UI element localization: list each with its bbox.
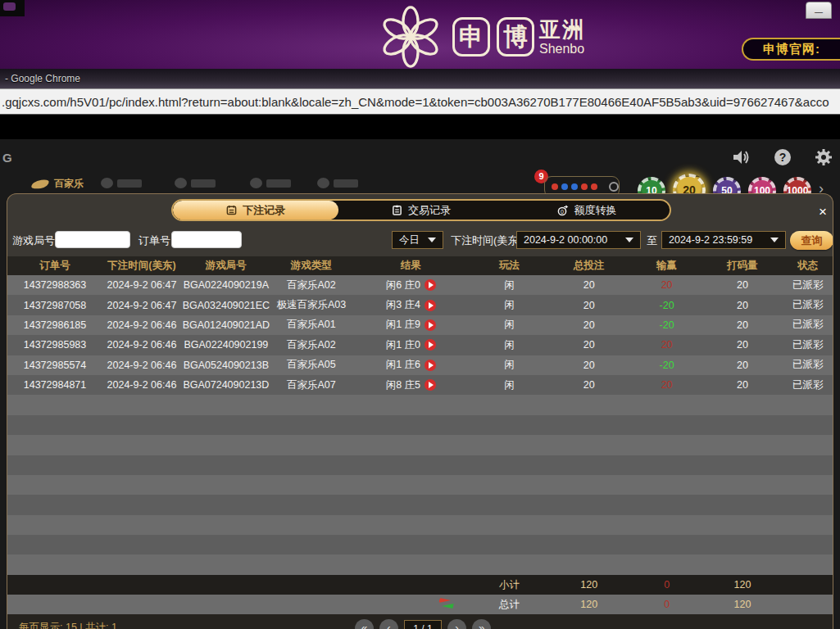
nav-item-dimmed[interactable]	[250, 178, 291, 188]
bead-dot	[552, 183, 558, 190]
table-empty-row	[7, 475, 833, 495]
header-result: 结果	[352, 259, 470, 273]
nav-item-dimmed[interactable]	[101, 178, 142, 188]
cell-status: 已派彩	[781, 358, 833, 372]
order-id-input[interactable]	[171, 231, 242, 248]
replay-play-icon[interactable]	[425, 360, 436, 371]
cell-order-id: 14372986185	[7, 319, 102, 331]
replay-play-icon[interactable]	[425, 379, 436, 391]
table-row: 143729870582024-9-2 06:47BGA032409021EC极…	[7, 295, 833, 314]
tab-transaction-records[interactable]: 交易记录	[338, 201, 504, 219]
chevron-down-icon	[428, 238, 436, 242]
quick-date-select[interactable]: 今日	[392, 231, 443, 249]
bet-records-icon	[226, 205, 237, 215]
last-page-button[interactable]: »	[472, 619, 491, 629]
refresh-swap-icon[interactable]	[439, 598, 454, 609]
cell-turnover: 20	[704, 379, 782, 391]
url-text: .gqjcxs.com/h5V01/pc/index.html?return=a…	[2, 95, 829, 109]
subtotal-total-bet: 120	[548, 579, 630, 591]
cell-turnover: 20	[704, 300, 782, 311]
settings-gear-icon[interactable]	[814, 147, 833, 167]
cell-order-id: 14372987058	[7, 300, 102, 311]
logo-char-box-2: 博	[497, 17, 534, 57]
cell-play: 闲	[470, 378, 548, 392]
cell-win-loss: 20	[630, 379, 704, 391]
divider-strip	[0, 115, 840, 139]
subtotal-label: 小计	[470, 578, 548, 592]
grand-total-win-loss: 0	[630, 599, 704, 610]
table-empty-row	[7, 455, 833, 475]
replay-play-icon[interactable]	[425, 300, 436, 311]
top-left-corner	[0, 0, 25, 16]
date-to-select[interactable]: 2024-9-2 23:59:59	[661, 231, 786, 249]
cell-turnover: 20	[704, 360, 782, 371]
window-minimize-button[interactable]: —	[806, 2, 832, 19]
cell-order-id: 14372985574	[7, 360, 102, 371]
volume-icon[interactable]	[732, 147, 751, 167]
nav-icon	[175, 178, 187, 188]
replay-play-icon[interactable]	[425, 339, 436, 351]
nav-item-baccarat[interactable]: 百家乐	[31, 177, 84, 191]
table-empty-row	[7, 515, 833, 535]
site-logo: 申 博 亚洲 Shenbo	[375, 3, 585, 70]
cell-game-type: 百家乐A01	[271, 318, 352, 332]
cell-total-bet: 20	[548, 379, 630, 391]
cell-result: 闲3 庄4	[352, 298, 470, 312]
next-page-button[interactable]: ›	[447, 619, 466, 629]
close-icon[interactable]: ×	[815, 204, 831, 220]
cell-result: 闲1 庄0	[352, 338, 470, 352]
cell-play: 闲	[470, 338, 548, 352]
address-bar[interactable]: .gqjcxs.com/h5V01/pc/index.html?return=a…	[0, 88, 840, 115]
cell-result: 闲1 庄9	[352, 318, 470, 332]
tab-bet-records[interactable]: 下注记录	[173, 201, 338, 219]
cell-total-bet: 20	[548, 279, 630, 291]
help-icon[interactable]: ?	[773, 147, 792, 167]
svg-text:?: ?	[779, 151, 787, 164]
order-id-label: 订单号	[138, 231, 170, 251]
cell-total-bet: 20	[548, 319, 630, 331]
top-left-pill	[3, 2, 16, 11]
game-round-input[interactable]	[55, 231, 130, 248]
page-size-text: 每页显示: 15 | 共计: 1	[19, 621, 117, 629]
nav-item-dimmed[interactable]	[175, 178, 216, 188]
result-text: 闲1 庄9	[386, 318, 420, 332]
bead-dot	[581, 183, 588, 190]
tab-credit-transfer[interactable]: 0 额度转换	[504, 201, 670, 219]
cell-total-bet: 20	[548, 339, 630, 351]
date-from-select[interactable]: 2024-9-2 00:00:00	[516, 231, 641, 249]
bead-dot	[571, 183, 578, 190]
header-total-bet: 总投注	[548, 259, 630, 273]
official-site-button[interactable]: 申博官网:	[742, 38, 840, 61]
cell-bet-time: 2024-9-2 06:46	[102, 339, 181, 351]
chevron-down-icon	[770, 238, 779, 242]
table-empty-row	[7, 395, 833, 414]
cell-total-bet: 20	[548, 360, 630, 371]
nav-item-dimmed[interactable]	[317, 178, 358, 188]
flower-logo-icon	[375, 3, 446, 70]
header-win-loss: 输赢	[630, 259, 704, 273]
cell-result: 闲1 庄6	[352, 358, 470, 372]
cell-play: 闲	[470, 298, 548, 312]
chevron-down-icon	[625, 238, 633, 242]
cell-play: 闲	[470, 358, 548, 372]
cell-status: 已派彩	[781, 318, 833, 332]
cell-game-type: 极速百家乐A03	[271, 298, 352, 312]
bead-ring-icon	[609, 182, 619, 192]
search-button[interactable]: 查询	[790, 231, 833, 250]
grand-total-label: 总计	[470, 598, 548, 612]
prev-page-button[interactable]: ‹	[379, 619, 398, 629]
first-page-button[interactable]: «	[355, 619, 374, 629]
header-order-id: 订单号	[7, 259, 102, 273]
table-empty-row	[7, 495, 833, 514]
bead-dot	[591, 183, 597, 190]
modal-footer: 每页显示: 15 | 共计: 1 « ‹ 1 / 1 › »	[7, 614, 833, 629]
cell-game-type: 百家乐A07	[271, 378, 352, 392]
result-text: 闲6 庄0	[386, 278, 420, 292]
cell-round-id: BGA012409021AD	[181, 319, 271, 331]
cell-play: 闲	[470, 278, 548, 292]
cell-turnover: 20	[704, 339, 782, 351]
replay-play-icon[interactable]	[425, 279, 436, 291]
replay-play-icon[interactable]	[425, 319, 436, 331]
table-row: 143729855742024-9-2 06:46BGA0524090213B百…	[7, 355, 833, 375]
table-row: 143729848712024-9-2 06:46BGA0724090213D百…	[7, 375, 833, 395]
